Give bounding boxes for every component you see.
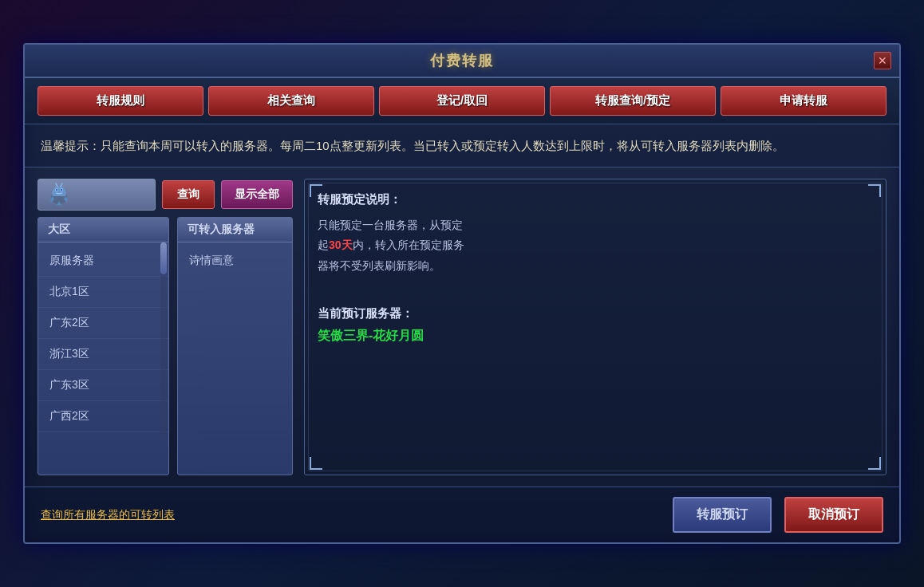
- scrollbar[interactable]: [160, 242, 167, 435]
- tab-rules[interactable]: 转服规则: [38, 86, 203, 116]
- list-container: 大区 原服务器 北京1区 广东2区 浙江3区 广东3区 广西2区: [38, 217, 293, 475]
- server-list-header: 可转入服务器: [178, 218, 292, 242]
- show-all-button[interactable]: 显示全部: [221, 180, 293, 209]
- corner-decoration-bl: [310, 457, 322, 470]
- list-item[interactable]: 北京1区: [38, 277, 168, 308]
- red-days-text: 30天: [329, 238, 353, 251]
- info-body-line1: 只能预定一台服务器，从预定: [318, 219, 463, 231]
- svg-point-3: [56, 189, 57, 191]
- query-button[interactable]: 查询: [162, 180, 215, 209]
- list-item[interactable]: 浙江3区: [38, 339, 168, 370]
- tab-bar: 转服规则 相关查询 登记/取回 转服查询/预定 申请转服: [25, 78, 899, 124]
- info-body-line3: 内，转入所在预定服务: [353, 238, 464, 251]
- notice-text: 温馨提示：只能查询本周可以转入的服务器。每周二10点整更新列表。当已转入或预定转…: [41, 139, 784, 152]
- dragon-icon: [45, 180, 73, 209]
- scrollbar-thumb: [160, 242, 167, 274]
- region-list-items: 原服务器 北京1区 广东2区 浙江3区 广东3区 广西2区: [38, 242, 168, 435]
- main-dialog: 付费转服 ✕ 转服规则 相关查询 登记/取回 转服查询/预定 申请转服 温馨提示…: [23, 43, 901, 545]
- tab-query[interactable]: 相关查询: [208, 86, 374, 116]
- list-item[interactable]: 原服务器: [38, 246, 168, 277]
- server-list-items: 诗情画意: [178, 242, 292, 279]
- region-list-panel: 大区 原服务器 北京1区 广东2区 浙江3区 广东3区 广西2区: [38, 217, 169, 475]
- list-item[interactable]: 广西2区: [38, 401, 168, 432]
- info-body-line4: 器将不受列表刷新影响。: [318, 259, 440, 272]
- dialog-title: 付费转服: [430, 51, 494, 70]
- info-body-line2: 起: [318, 238, 329, 251]
- corner-decoration-tr: [868, 184, 881, 197]
- info-body: 只能预定一台服务器，从预定 起30天内，转入所在预定服务 器将不受列表刷新影响。: [318, 215, 873, 276]
- title-bar: 付费转服 ✕: [25, 45, 899, 78]
- content-area: 查询 显示全部 大区 原服务器 北京1区 广东2区 浙江3区 广东3区 广西2区: [25, 167, 899, 487]
- left-panel: 查询 显示全部 大区 原服务器 北京1区 广东2区 浙江3区 广东3区 广西2区: [38, 179, 293, 475]
- corner-decoration-br: [868, 457, 881, 470]
- current-server-name: 笑傲三界-花好月圆: [318, 328, 873, 345]
- svg-point-4: [61, 189, 62, 191]
- footer-buttons: 转服预订 取消预订: [673, 497, 883, 533]
- current-server-title: 当前预订服务器：: [318, 306, 873, 321]
- search-input-box: [38, 179, 156, 211]
- tab-register[interactable]: 登记/取回: [379, 86, 545, 116]
- corner-decoration-tl: [310, 184, 322, 197]
- reserve-button[interactable]: 转服预订: [673, 497, 772, 533]
- info-panel: 转服预定说明： 只能预定一台服务器，从预定 起30天内，转入所在预定服务 器将不…: [304, 179, 886, 475]
- tab-apply[interactable]: 申请转服: [721, 86, 886, 116]
- region-list-header: 大区: [38, 218, 168, 242]
- list-item[interactable]: 广东2区: [38, 308, 168, 339]
- cancel-reserve-button[interactable]: 取消预订: [784, 497, 883, 533]
- info-title: 转服预定说明：: [318, 192, 873, 207]
- close-button[interactable]: ✕: [874, 52, 891, 69]
- footer: 查询所有服务器的可转列表 转服预订 取消预订: [25, 487, 899, 542]
- server-list-panel: 可转入服务器 诗情画意: [177, 217, 293, 475]
- tab-check[interactable]: 转服查询/预定: [550, 86, 716, 116]
- query-all-link[interactable]: 查询所有服务器的可转列表: [41, 508, 673, 522]
- list-item[interactable]: 诗情画意: [178, 246, 292, 276]
- notice-area: 温馨提示：只能查询本周可以转入的服务器。每周二10点整更新列表。当已转入或预定转…: [25, 124, 899, 168]
- list-item[interactable]: 广东3区: [38, 370, 168, 401]
- search-row: 查询 显示全部: [38, 179, 293, 211]
